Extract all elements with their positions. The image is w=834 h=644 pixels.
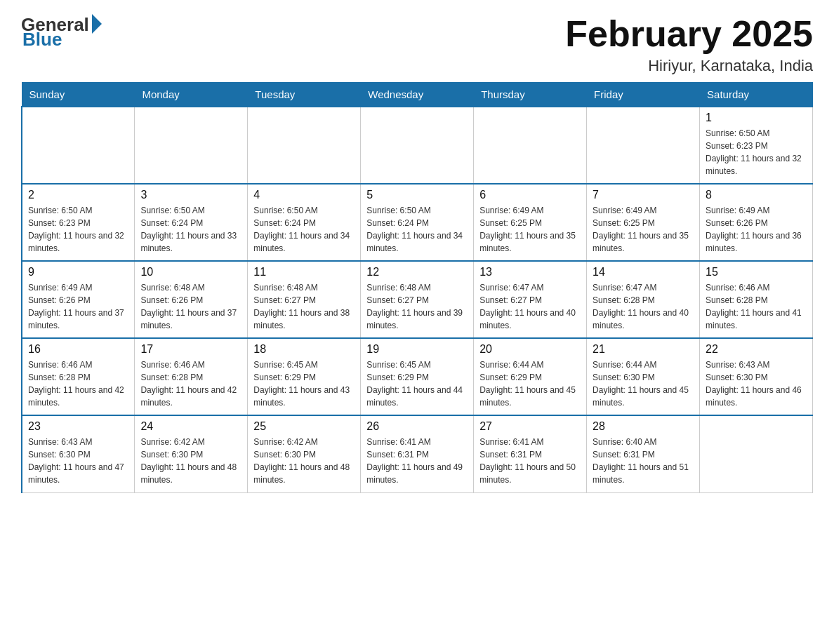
day-info: Sunrise: 6:41 AMSunset: 6:31 PMDaylight:… [479,436,581,486]
calendar-cell-w4-d6: 21Sunrise: 6:44 AMSunset: 6:30 PMDayligh… [587,338,700,415]
week-row-1: 1Sunrise: 6:50 AMSunset: 6:23 PMDaylight… [22,107,813,184]
title-section: February 2025 Hiriyur, Karnataka, India [565,14,813,75]
day-number: 19 [366,343,468,356]
calendar-cell-w5-d2: 24Sunrise: 6:42 AMSunset: 6:30 PMDayligh… [135,415,248,492]
day-info: Sunrise: 6:49 AMSunset: 6:25 PMDaylight:… [593,204,694,255]
day-number: 6 [479,189,581,201]
location-text: Hiriyur, Karnataka, India [565,57,813,75]
calendar-cell-w2-d4: 5Sunrise: 6:50 AMSunset: 6:24 PMDaylight… [361,184,474,261]
calendar-cell-w5-d6: 28Sunrise: 6:40 AMSunset: 6:31 PMDayligh… [587,415,700,492]
day-number: 23 [28,420,128,433]
day-info: Sunrise: 6:41 AMSunset: 6:31 PMDaylight:… [366,436,468,486]
day-info: Sunrise: 6:42 AMSunset: 6:30 PMDaylight:… [253,436,355,486]
day-number: 4 [253,189,355,201]
day-info: Sunrise: 6:49 AMSunset: 6:25 PMDaylight:… [479,204,581,255]
day-number: 16 [28,343,128,356]
day-info: Sunrise: 6:45 AMSunset: 6:29 PMDaylight:… [366,358,468,409]
calendar-cell-w2-d6: 7Sunrise: 6:49 AMSunset: 6:25 PMDaylight… [587,184,700,261]
day-info: Sunrise: 6:48 AMSunset: 6:27 PMDaylight:… [253,281,355,332]
logo: General Blue [21,14,102,51]
calendar-cell-w3-d2: 10Sunrise: 6:48 AMSunset: 6:26 PMDayligh… [135,261,248,338]
calendar-cell-w3-d3: 11Sunrise: 6:48 AMSunset: 6:27 PMDayligh… [248,261,361,338]
header-tuesday: Tuesday [248,83,361,107]
calendar-cell-w5-d1: 23Sunrise: 6:43 AMSunset: 6:30 PMDayligh… [22,415,135,492]
day-info: Sunrise: 6:46 AMSunset: 6:28 PMDaylight:… [140,358,241,409]
calendar-cell-w3-d5: 13Sunrise: 6:47 AMSunset: 6:27 PMDayligh… [474,261,587,338]
calendar-cell-w1-d3 [248,107,361,184]
day-info: Sunrise: 6:49 AMSunset: 6:26 PMDaylight:… [28,281,128,332]
calendar-cell-w1-d6 [587,107,700,184]
day-number: 12 [366,266,468,279]
day-info: Sunrise: 6:50 AMSunset: 6:24 PMDaylight:… [366,204,468,255]
calendar-cell-w4-d7: 22Sunrise: 6:43 AMSunset: 6:30 PMDayligh… [700,338,813,415]
header-monday: Monday [135,83,248,107]
day-number: 1 [706,112,807,124]
calendar-cell-w1-d2 [135,107,248,184]
calendar-cell-w1-d4 [361,107,474,184]
logo-triangle-icon [92,14,102,34]
header-thursday: Thursday [474,83,587,107]
day-number: 13 [479,266,581,279]
day-info: Sunrise: 6:47 AMSunset: 6:28 PMDaylight:… [593,281,694,332]
day-info: Sunrise: 6:49 AMSunset: 6:26 PMDaylight:… [706,204,807,255]
day-info: Sunrise: 6:48 AMSunset: 6:27 PMDaylight:… [366,281,468,332]
calendar-cell-w4-d5: 20Sunrise: 6:44 AMSunset: 6:29 PMDayligh… [474,338,587,415]
header-friday: Friday [587,83,700,107]
day-number: 9 [28,266,128,279]
logo-blue-text: Blue [22,29,62,51]
day-info: Sunrise: 6:50 AMSunset: 6:24 PMDaylight:… [140,204,241,255]
day-number: 8 [706,189,807,201]
calendar-table: Sunday Monday Tuesday Wednesday Thursday… [21,82,813,493]
day-number: 20 [479,343,581,356]
weekday-header-row: Sunday Monday Tuesday Wednesday Thursday… [22,83,813,107]
calendar-cell-w3-d7: 15Sunrise: 6:46 AMSunset: 6:28 PMDayligh… [700,261,813,338]
day-info: Sunrise: 6:44 AMSunset: 6:29 PMDaylight:… [479,358,581,409]
calendar-cell-w4-d3: 18Sunrise: 6:45 AMSunset: 6:29 PMDayligh… [248,338,361,415]
calendar-cell-w1-d1 [22,107,135,184]
day-number: 27 [479,420,581,433]
calendar-cell-w4-d1: 16Sunrise: 6:46 AMSunset: 6:28 PMDayligh… [22,338,135,415]
day-number: 11 [253,266,355,279]
day-number: 7 [593,189,694,201]
header-sunday: Sunday [22,83,135,107]
calendar-cell-w1-d5 [474,107,587,184]
calendar-cell-w2-d5: 6Sunrise: 6:49 AMSunset: 6:25 PMDaylight… [474,184,587,261]
day-number: 2 [28,189,128,201]
week-row-4: 16Sunrise: 6:46 AMSunset: 6:28 PMDayligh… [22,338,813,415]
calendar-cell-w5-d3: 25Sunrise: 6:42 AMSunset: 6:30 PMDayligh… [248,415,361,492]
day-info: Sunrise: 6:44 AMSunset: 6:30 PMDaylight:… [593,358,694,409]
day-number: 5 [366,189,468,201]
month-year-title: February 2025 [565,14,813,54]
day-info: Sunrise: 6:48 AMSunset: 6:26 PMDaylight:… [140,281,241,332]
day-number: 17 [140,343,241,356]
day-number: 18 [253,343,355,356]
page-header: General Blue February 2025 Hiriyur, Karn… [21,14,813,75]
day-number: 15 [706,266,807,279]
week-row-2: 2Sunrise: 6:50 AMSunset: 6:23 PMDaylight… [22,184,813,261]
calendar-cell-w4-d2: 17Sunrise: 6:46 AMSunset: 6:28 PMDayligh… [135,338,248,415]
day-info: Sunrise: 6:50 AMSunset: 6:24 PMDaylight:… [253,204,355,255]
header-wednesday: Wednesday [361,83,474,107]
day-info: Sunrise: 6:42 AMSunset: 6:30 PMDaylight:… [140,436,241,486]
day-number: 10 [140,266,241,279]
day-info: Sunrise: 6:43 AMSunset: 6:30 PMDaylight:… [28,436,128,486]
day-number: 28 [593,420,694,433]
day-number: 21 [593,343,694,356]
day-info: Sunrise: 6:45 AMSunset: 6:29 PMDaylight:… [253,358,355,409]
calendar-cell-w3-d4: 12Sunrise: 6:48 AMSunset: 6:27 PMDayligh… [361,261,474,338]
calendar-cell-w5-d5: 27Sunrise: 6:41 AMSunset: 6:31 PMDayligh… [474,415,587,492]
day-info: Sunrise: 6:47 AMSunset: 6:27 PMDaylight:… [479,281,581,332]
calendar-cell-w2-d3: 4Sunrise: 6:50 AMSunset: 6:24 PMDaylight… [248,184,361,261]
day-number: 22 [706,343,807,356]
calendar-cell-w5-d4: 26Sunrise: 6:41 AMSunset: 6:31 PMDayligh… [361,415,474,492]
day-info: Sunrise: 6:50 AMSunset: 6:23 PMDaylight:… [28,204,128,255]
day-number: 14 [593,266,694,279]
day-number: 24 [140,420,241,433]
week-row-5: 23Sunrise: 6:43 AMSunset: 6:30 PMDayligh… [22,415,813,492]
day-info: Sunrise: 6:46 AMSunset: 6:28 PMDaylight:… [706,281,807,332]
day-info: Sunrise: 6:50 AMSunset: 6:23 PMDaylight:… [706,127,807,177]
calendar-cell-w2-d7: 8Sunrise: 6:49 AMSunset: 6:26 PMDaylight… [700,184,813,261]
calendar-cell-w1-d7: 1Sunrise: 6:50 AMSunset: 6:23 PMDaylight… [700,107,813,184]
calendar-cell-w2-d1: 2Sunrise: 6:50 AMSunset: 6:23 PMDaylight… [22,184,135,261]
day-number: 3 [140,189,241,201]
